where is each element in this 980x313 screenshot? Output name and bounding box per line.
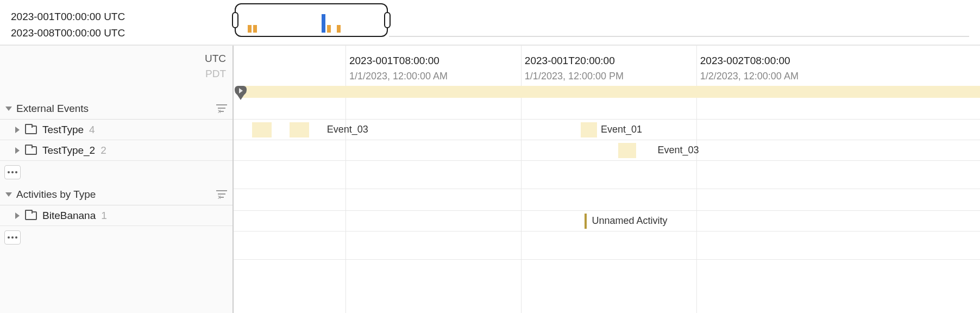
folder-icon (25, 211, 37, 220)
minimap[interactable] (235, 3, 388, 37)
tick-local: 1/1/2023, 12:00:00 AM (349, 68, 448, 84)
event-block[interactable] (618, 143, 636, 158)
folder-label: TestType (42, 124, 84, 136)
event-block[interactable] (290, 122, 309, 137)
activity-tick[interactable] (585, 214, 587, 229)
tick-local: 1/1/2023, 12:00:00 PM (525, 68, 624, 84)
lane-testtype[interactable]: Event_03Event_01 (234, 120, 980, 140)
event-block[interactable] (581, 122, 597, 137)
minimap-bar (248, 25, 252, 33)
section-title: External Events (16, 103, 89, 115)
chevron-down-icon (5, 192, 12, 197)
folder-label: TestType_2 (42, 145, 95, 156)
folder-testtype-2[interactable]: TestType_2 2 (0, 140, 233, 161)
folder-count: 2 (100, 145, 106, 156)
lane-bitebanana[interactable]: Unnamed Activity (234, 211, 980, 231)
minimap-handle-right[interactable] (384, 12, 391, 28)
span-row (234, 86, 980, 98)
folder-icon (25, 126, 37, 134)
chevron-right-icon (15, 127, 20, 133)
range-start: 2023-001T00:00:00 UTC (11, 9, 125, 25)
chevron-right-icon (15, 212, 20, 219)
event-label: Event_03 (327, 124, 368, 135)
folder-icon (25, 146, 37, 155)
plan-span (241, 86, 980, 98)
top-divider (389, 36, 969, 37)
range-end: 2023-008T00:00:00 UTC (11, 25, 125, 41)
time-header: 2023-001T08:00:00 1/1/2023, 12:00:00 AM … (234, 46, 980, 86)
folder-testtype[interactable]: TestType 4 (0, 120, 233, 140)
lane-testtype-2[interactable]: Event_03 (234, 140, 980, 161)
tz-primary: UTC (0, 51, 226, 66)
section-title: Activities by Type (16, 189, 96, 201)
filter-icon[interactable]: x (216, 190, 227, 199)
minimap-bar (322, 14, 325, 33)
playhead[interactable] (235, 86, 248, 100)
tick-utc: 2023-001T08:00:00 (349, 53, 448, 68)
section-activities[interactable]: Activities by Type x (0, 184, 233, 205)
filter-icon[interactable]: x (216, 104, 227, 113)
event-label: Unnamed Activity (592, 215, 668, 227)
tick-utc: 2023-001T20:00:00 (525, 53, 624, 68)
section-external-events[interactable]: External Events x (0, 98, 233, 120)
more-button[interactable] (4, 230, 21, 245)
chevron-right-icon (15, 147, 20, 154)
tz-secondary: PDT (0, 66, 226, 82)
tick-utc: 2023-002T08:00:00 (700, 53, 799, 68)
sidebar: UTC PDT External Events x TestType 4 Tes… (0, 46, 234, 313)
event-block[interactable] (252, 122, 272, 137)
timeline[interactable]: 2023-001T08:00:00 1/1/2023, 12:00:00 AM … (234, 46, 980, 313)
tick-local: 1/2/2023, 12:00:00 AM (700, 68, 799, 84)
minimap-bar (337, 25, 341, 33)
chevron-down-icon (5, 107, 12, 111)
folder-label: BiteBanana (42, 210, 96, 222)
minimap-bar (327, 25, 331, 33)
minimap-bar (253, 25, 257, 33)
folder-bitebanana[interactable]: BiteBanana 1 (0, 205, 233, 226)
event-label: Event_01 (601, 124, 642, 135)
more-button[interactable] (4, 165, 21, 179)
folder-count: 4 (89, 124, 95, 136)
folder-count: 1 (101, 210, 107, 222)
event-label: Event_03 (657, 145, 699, 156)
minimap-handle-left[interactable] (232, 12, 238, 28)
